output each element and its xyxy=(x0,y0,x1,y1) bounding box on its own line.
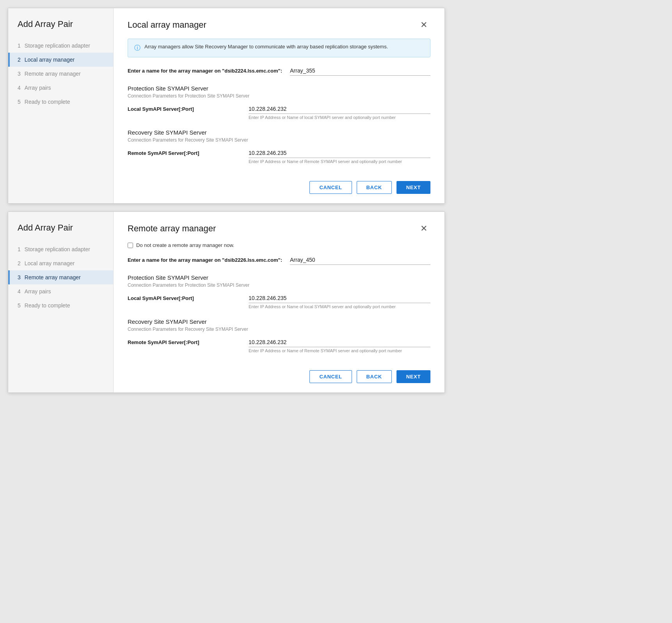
name-label-2: Enter a name for the array manager on "d… xyxy=(128,257,282,263)
recovery-section-sub-1: Connection Parameters for Recovery Site … xyxy=(128,137,430,143)
info-text-1: Array managers allow Site Recovery Manag… xyxy=(144,44,388,50)
remote-symapi-wrap-1: Enter IP Address or Name of Remote SYMAP… xyxy=(249,149,430,164)
local-symapi-hint-2: Enter IP Address or Name of local SYMAPI… xyxy=(249,304,430,309)
remote-symapi-label-2: Remote SymAPI Server[:Port] xyxy=(128,339,241,345)
local-symapi-row-2: Local SymAPI Server[:Port] Enter IP Addr… xyxy=(128,294,430,309)
sidebar-item-1-remote: 3 Remote array manager xyxy=(8,67,113,81)
remote-symapi-wrap-2: Enter IP Address or Name of Remote SYMAP… xyxy=(249,338,430,353)
close-button-1[interactable]: ✕ xyxy=(417,19,430,31)
name-input-1[interactable] xyxy=(290,67,430,76)
sidebar-item-label: Remote array manager xyxy=(25,71,81,77)
remote-symapi-hint-2: Enter IP Address or Name of Remote SYMAP… xyxy=(249,348,430,353)
step-num: 3 xyxy=(18,274,21,280)
recovery-section-title-2: Recovery Site SYMAPI Server xyxy=(128,318,430,325)
sidebar-item-label: Local array manager xyxy=(25,57,75,63)
local-symapi-label-2: Local SymAPI Server[:Port] xyxy=(128,295,241,301)
sidebar-item-label: Array pairs xyxy=(25,288,51,295)
remote-symapi-input-1[interactable] xyxy=(249,149,430,158)
sidebar-item-2-array-pairs: 4 Array pairs xyxy=(8,284,113,298)
next-button-2[interactable]: NEXT xyxy=(396,370,430,383)
name-row-1: Enter a name for the array manager on "d… xyxy=(128,67,430,76)
back-button-2[interactable]: BACK xyxy=(357,370,392,383)
local-symapi-input-2[interactable] xyxy=(249,294,430,303)
sidebar-item-2-ready: 5 Ready to complete xyxy=(8,298,113,312)
sidebar-item-label: Storage replication adapter xyxy=(25,246,90,252)
info-banner-1: ⓘ Array managers allow Site Recovery Man… xyxy=(128,39,430,57)
cancel-button-1[interactable]: CANCEL xyxy=(309,181,352,194)
remote-symapi-input-2[interactable] xyxy=(249,338,430,347)
cancel-button-2[interactable]: CANCEL xyxy=(309,370,352,383)
main-1: Local array manager ✕ ⓘ Array managers a… xyxy=(114,8,444,203)
name-input-2[interactable] xyxy=(290,256,430,265)
step-num: 2 xyxy=(18,260,21,266)
sidebar-item-2-remote: 3 Remote array manager xyxy=(8,270,113,284)
step-num: 3 xyxy=(18,71,21,77)
sidebar-item-2-local: 2 Local array manager xyxy=(8,256,113,270)
protection-section-title-2: Protection Site SYMAPI Server xyxy=(128,274,430,281)
local-symapi-input-1[interactable] xyxy=(249,105,430,114)
close-button-2[interactable]: ✕ xyxy=(417,223,430,234)
sidebar-2: Add Array Pair 1 Storage replication ada… xyxy=(8,212,114,392)
info-icon: ⓘ xyxy=(134,44,140,52)
sidebar-item-label: Remote array manager xyxy=(25,274,81,280)
main-header-1: Local array manager ✕ xyxy=(128,19,430,31)
no-remote-checkbox[interactable] xyxy=(128,243,133,248)
protection-section-title-1: Protection Site SYMAPI Server xyxy=(128,85,430,92)
local-symapi-row-1: Local SymAPI Server[:Port] Enter IP Addr… xyxy=(128,105,430,120)
main-header-2: Remote array manager ✕ xyxy=(128,223,430,234)
sidebar-title-2: Add Array Pair xyxy=(8,223,113,242)
sidebar-item-label: Ready to complete xyxy=(25,302,70,309)
name-row-2: Enter a name for the array manager on "d… xyxy=(128,256,430,265)
next-button-1[interactable]: NEXT xyxy=(396,181,430,194)
protection-section-sub-1: Connection Parameters for Protection Sit… xyxy=(128,93,430,99)
step-num: 4 xyxy=(18,85,21,91)
step-num: 5 xyxy=(18,99,21,105)
sidebar-item-1-local: 2 Local array manager xyxy=(8,53,113,67)
dialog-remote-array-manager: Add Array Pair 1 Storage replication ada… xyxy=(8,211,445,393)
sidebar-item-1-ready: 5 Ready to complete xyxy=(8,95,113,109)
sidebar-title-1: Add Array Pair xyxy=(8,19,113,39)
recovery-section-title-1: Recovery Site SYMAPI Server xyxy=(128,129,430,136)
step-num: 5 xyxy=(18,302,21,309)
step-num: 4 xyxy=(18,288,21,295)
step-num: 1 xyxy=(18,246,21,252)
step-num: 1 xyxy=(18,43,21,49)
sidebar-item-label: Ready to complete xyxy=(25,99,70,105)
remote-symapi-hint-1: Enter IP Address or Name of Remote SYMAP… xyxy=(249,159,430,164)
step-num: 2 xyxy=(18,57,21,63)
main-2: Remote array manager ✕ Do not create a r… xyxy=(114,212,444,392)
sidebar-item-label: Array pairs xyxy=(25,85,51,91)
checkbox-label-2: Do not create a remote array manager now… xyxy=(136,242,234,248)
sidebar-item-label: Local array manager xyxy=(25,260,75,266)
remote-symapi-row-2: Remote SymAPI Server[:Port] Enter IP Add… xyxy=(128,338,430,353)
remote-symapi-label-1: Remote SymAPI Server[:Port] xyxy=(128,150,241,156)
local-symapi-wrap-2: Enter IP Address or Name of local SYMAPI… xyxy=(249,294,430,309)
dialog-local-array-manager: Add Array Pair 1 Storage replication ada… xyxy=(8,8,445,204)
name-input-wrap-1 xyxy=(290,67,430,76)
name-input-wrap-2 xyxy=(290,256,430,265)
footer-1: CANCEL BACK NEXT xyxy=(128,172,430,194)
remote-symapi-row-1: Remote SymAPI Server[:Port] Enter IP Add… xyxy=(128,149,430,164)
main-title-2: Remote array manager xyxy=(128,224,216,234)
protection-section-sub-2: Connection Parameters for Protection Sit… xyxy=(128,282,430,288)
sidebar-item-1-array-pairs: 4 Array pairs xyxy=(8,81,113,95)
checkbox-row-2: Do not create a remote array manager now… xyxy=(128,242,430,248)
footer-2: CANCEL BACK NEXT xyxy=(128,361,430,383)
recovery-section-sub-2: Connection Parameters for Recovery Site … xyxy=(128,327,430,332)
main-title-1: Local array manager xyxy=(128,20,206,30)
sidebar-item-1-storage: 1 Storage replication adapter xyxy=(8,39,113,53)
back-button-1[interactable]: BACK xyxy=(357,181,392,194)
local-symapi-label-1: Local SymAPI Server[:Port] xyxy=(128,106,241,112)
name-label-1: Enter a name for the array manager on "d… xyxy=(128,68,282,74)
sidebar-item-2-storage: 1 Storage replication adapter xyxy=(8,242,113,256)
local-symapi-wrap-1: Enter IP Address or Name of local SYMAPI… xyxy=(249,105,430,120)
local-symapi-hint-1: Enter IP Address or Name of local SYMAPI… xyxy=(249,115,430,120)
sidebar-1: Add Array Pair 1 Storage replication ada… xyxy=(8,8,114,203)
sidebar-item-label: Storage replication adapter xyxy=(25,43,90,49)
